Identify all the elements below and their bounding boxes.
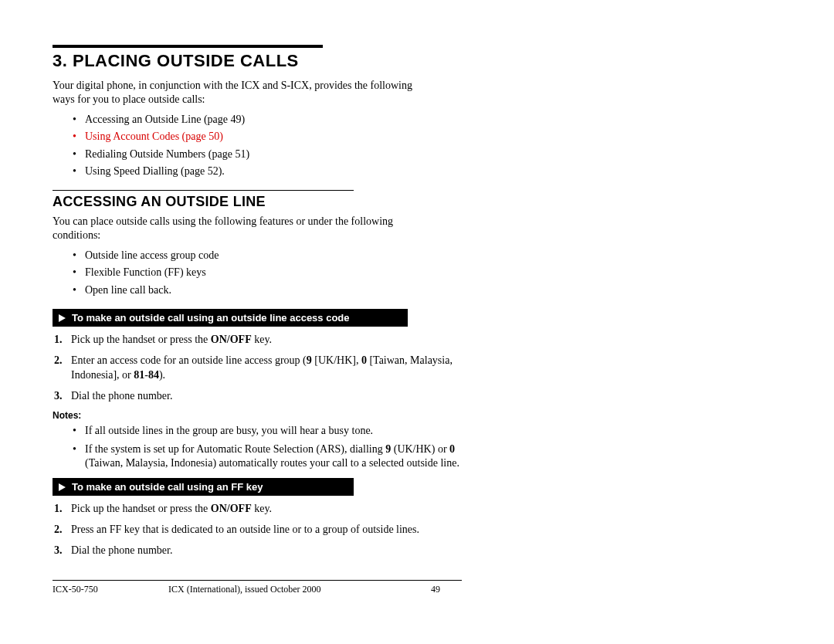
procedure-steps-1: Pick up the handset or press the ON/OFF … <box>53 333 462 404</box>
step-text: key. <box>252 334 272 345</box>
procedure-heading-1: To make an outside call using an outside… <box>53 309 408 327</box>
list-item-active[interactable]: Using Account Codes (page 50) <box>85 129 462 144</box>
note-text: (UK/HK) or <box>391 443 449 455</box>
list-item: Using Speed Dialling (page 52). <box>85 164 462 179</box>
page-footer: ICX-50-750 ICX (International), issued O… <box>53 584 462 595</box>
note-item: If the system is set up for Automatic Ro… <box>85 442 462 470</box>
content-column: 3. Placing Outside Calls Your digital ph… <box>53 45 462 595</box>
step: Dial the phone number. <box>71 389 462 404</box>
intro2-line-1: You can place outside calls using the fo… <box>53 215 393 227</box>
list-item: Accessing an Outside Line (page 49) <box>85 112 462 127</box>
notes-label: Notes: <box>53 410 462 421</box>
procedure-steps-2: Pick up the handset or press the ON/OFF … <box>53 502 462 558</box>
key-name: ON/OFF <box>211 503 252 514</box>
step-text: [UK/HK], <box>312 354 361 366</box>
list-item: Redialing Outside Numbers (page 51) <box>85 147 462 162</box>
h1-rule <box>53 45 323 48</box>
play-icon <box>59 314 66 322</box>
feature-list: Outside line access group code Flexible … <box>53 248 462 298</box>
procedure-title: To make an outside call using an outside… <box>72 312 350 324</box>
step-text: Enter an access code for an outside line… <box>71 354 307 366</box>
procedure-heading-2: To make an outside call using an FF key <box>53 478 354 496</box>
note-item: If all outside lines in the group are bu… <box>85 424 462 438</box>
document-page: 3. Placing Outside Calls Your digital ph… <box>0 0 834 644</box>
step-text: Pick up the handset or press the <box>71 334 211 345</box>
intro-line-1: Your digital phone, in conjunction with … <box>53 80 412 91</box>
h2-rule <box>53 190 354 191</box>
list-item: Outside line access group code <box>85 248 462 263</box>
doc-issue: ICX (International), issued October 2000 <box>168 584 431 595</box>
intro2-line-2: conditions: <box>53 229 100 241</box>
intro-line-2: ways for you to place outside calls: <box>53 93 205 105</box>
play-icon <box>59 483 66 491</box>
key-name: ON/OFF <box>211 334 252 345</box>
list-item: Open line call back. <box>85 283 462 298</box>
procedure-title: To make an outside call using an FF key <box>72 481 263 493</box>
intro-paragraph-2: You can place outside calls using the fo… <box>53 215 462 242</box>
list-item: Flexible Function (FF) keys <box>85 265 462 280</box>
topic-list: Accessing an Outside Line (page 49) Usin… <box>53 112 462 179</box>
step: Dial the phone number. <box>71 544 462 558</box>
step: Enter an access code for an outside line… <box>71 354 462 383</box>
code: 84 <box>148 369 159 381</box>
code: 81 <box>134 369 144 381</box>
step: Pick up the handset or press the ON/OFF … <box>71 502 462 517</box>
note-text: (Taiwan, Malaysia, Indonesia) automatica… <box>85 457 459 469</box>
footer-rule <box>53 580 462 581</box>
step: Press an FF key that is dedicated to an … <box>71 523 462 537</box>
code: 0 <box>361 354 367 366</box>
section-title: Accessing an Outside Line <box>53 194 462 210</box>
note-text: If the system is set up for Automatic Ro… <box>85 443 385 455</box>
step-text: Pick up the handset or press the <box>71 503 211 514</box>
code: 0 <box>449 443 455 455</box>
intro-paragraph-1: Your digital phone, in conjunction with … <box>53 79 462 106</box>
code: 9 <box>307 354 312 366</box>
step-text: ). <box>159 369 165 381</box>
doc-number: ICX-50-750 <box>53 584 168 595</box>
page-number: 49 <box>431 584 462 595</box>
chapter-title: 3. Placing Outside Calls <box>53 51 462 71</box>
step: Pick up the handset or press the ON/OFF … <box>71 333 462 347</box>
notes-list: If all outside lines in the group are bu… <box>53 424 462 471</box>
step-text: key. <box>252 503 272 514</box>
